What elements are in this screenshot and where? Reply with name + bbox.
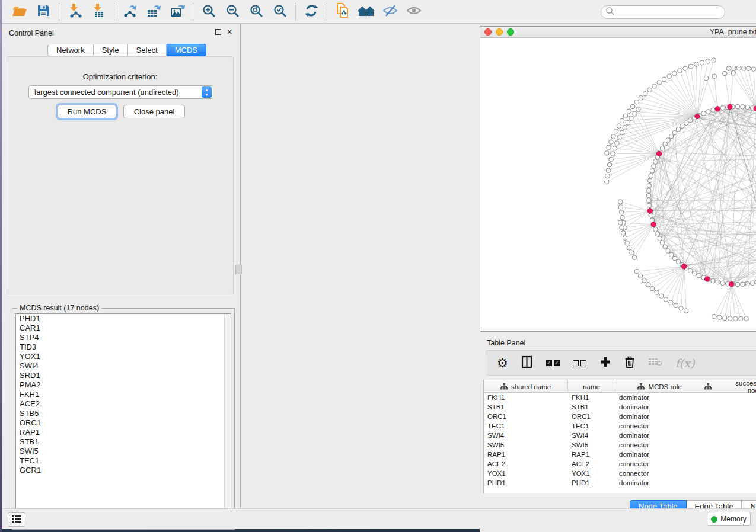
table-cell[interactable]: dominator bbox=[615, 431, 704, 440]
table-row[interactable]: SWI5SWI5connector431 bbox=[484, 440, 756, 450]
mcds-result-item[interactable]: SWI4 bbox=[16, 361, 231, 371]
table-cell[interactable]: 61 bbox=[704, 412, 756, 421]
table-cell[interactable]: 31 bbox=[704, 459, 756, 469]
mcds-result-item[interactable]: FKH1 bbox=[16, 390, 231, 399]
tab-style[interactable]: Style bbox=[94, 44, 128, 56]
mcds-result-item[interactable]: STP4 bbox=[16, 333, 231, 342]
node-table-rows[interactable]: FKH1FKH1dominator962STB1STB1dominator620… bbox=[484, 393, 756, 488]
table-cell[interactable]: RAP1 bbox=[484, 450, 568, 459]
table-cell[interactable]: 29 bbox=[704, 469, 756, 478]
table-cell[interactable]: dominator bbox=[615, 478, 704, 488]
memory-button[interactable]: Memory bbox=[707, 512, 751, 526]
table-row[interactable]: TEC1TEC1connector472 bbox=[484, 421, 756, 431]
tab-mcds[interactable]: MCDS bbox=[167, 44, 206, 56]
home-view-button[interactable] bbox=[355, 2, 378, 21]
table-cell[interactable]: 96 bbox=[704, 393, 756, 402]
table-cell[interactable]: RAP1 bbox=[568, 450, 615, 459]
table-row[interactable]: ACE2ACE2connector311 bbox=[484, 459, 756, 469]
run-mcds-button[interactable]: Run MCDS bbox=[58, 105, 116, 118]
table-cell[interactable]: STB1 bbox=[568, 402, 615, 412]
zoom-fit-button[interactable] bbox=[244, 2, 268, 21]
float-window-icon[interactable] bbox=[215, 29, 221, 35]
mcds-list-scrollbar[interactable] bbox=[224, 314, 231, 525]
show-all-button[interactable] bbox=[402, 2, 426, 21]
mcds-result-list[interactable]: PHD1CAR1STP4TID3YOX1SWI4SRD1PMA2FKH1ACE2… bbox=[15, 313, 231, 526]
delete-column-button[interactable] bbox=[624, 355, 635, 370]
export-image-button[interactable] bbox=[165, 2, 189, 21]
criterion-dropdown[interactable]: largest connected component (undirected)… bbox=[28, 85, 213, 99]
mcds-result-item[interactable]: TEC1 bbox=[16, 456, 231, 466]
table-cell[interactable]: SWI4 bbox=[568, 431, 615, 440]
mcds-result-item[interactable]: PHD1 bbox=[16, 314, 231, 323]
mcds-result-item[interactable]: SRD1 bbox=[16, 371, 231, 380]
deselect-all-button[interactable] bbox=[573, 360, 586, 366]
table-row[interactable]: FKH1FKH1dominator962 bbox=[484, 393, 756, 402]
close-panel-button[interactable]: Close panel bbox=[123, 105, 185, 118]
table-row[interactable]: STB1STB1dominator620 bbox=[484, 402, 756, 412]
table-row[interactable]: YOX1YOX1connector291 bbox=[484, 469, 756, 478]
table-settings-button[interactable]: ⚙ bbox=[497, 356, 508, 370]
zoom-in-button[interactable] bbox=[197, 2, 221, 21]
tab-select[interactable]: Select bbox=[128, 44, 167, 56]
table-cell[interactable]: FKH1 bbox=[484, 393, 568, 402]
column-header-shared-name[interactable]: shared name bbox=[484, 380, 568, 393]
refresh-button[interactable] bbox=[299, 2, 323, 21]
mcds-result-item[interactable]: GCR1 bbox=[16, 466, 231, 475]
table-cell[interactable]: ORC1 bbox=[484, 412, 568, 421]
table-cell[interactable]: dominator bbox=[615, 402, 704, 412]
table-row[interactable]: SWI4SWI4dominator462 bbox=[484, 431, 756, 440]
table-cell[interactable]: ACE2 bbox=[484, 459, 568, 469]
table-cell[interactable]: 43 bbox=[704, 440, 756, 450]
table-cell[interactable]: PHD1 bbox=[484, 478, 568, 488]
table-cell[interactable]: SWI4 bbox=[484, 431, 568, 440]
table-cell[interactable]: YOX1 bbox=[484, 469, 568, 478]
column-header-mcds-role[interactable]: MCDS role bbox=[615, 380, 704, 393]
table-cell[interactable]: dominator bbox=[615, 450, 704, 459]
table-cell[interactable]: ACE2 bbox=[568, 459, 615, 469]
table-cell[interactable]: dominator bbox=[615, 412, 704, 421]
table-cell[interactable]: connector bbox=[615, 469, 704, 478]
close-panel-icon[interactable]: ✕ bbox=[227, 29, 232, 35]
export-network-button[interactable] bbox=[118, 2, 142, 21]
import-table-button[interactable] bbox=[87, 2, 110, 21]
save-session-button[interactable] bbox=[31, 2, 55, 21]
clone-network-button[interactable] bbox=[331, 2, 355, 21]
zoom-selected-button[interactable] bbox=[268, 2, 292, 21]
table-row[interactable]: RAP1RAP1dominator352 bbox=[484, 450, 756, 459]
mcds-result-item[interactable]: CAR1 bbox=[16, 323, 231, 333]
search-field[interactable] bbox=[601, 5, 725, 19]
table-cell[interactable]: SWI5 bbox=[568, 440, 615, 450]
table-cell[interactable]: 35 bbox=[704, 450, 756, 459]
table-cell[interactable]: 46 bbox=[704, 431, 756, 440]
mcds-result-item[interactable]: SWI5 bbox=[16, 447, 231, 456]
table-cell[interactable]: SWI5 bbox=[484, 440, 568, 450]
mcds-result-item[interactable]: PMA2 bbox=[16, 380, 231, 390]
table-cell[interactable]: TEC1 bbox=[484, 421, 568, 431]
panel-list-button[interactable] bbox=[8, 512, 25, 527]
table-row[interactable]: PHD1PHD1dominator180 bbox=[484, 478, 756, 488]
search-input[interactable] bbox=[615, 8, 725, 17]
mcds-result-item[interactable]: RAP1 bbox=[16, 428, 231, 437]
table-cell[interactable]: 18 bbox=[704, 478, 756, 488]
mcds-result-item[interactable]: TID3 bbox=[16, 342, 231, 352]
mcds-result-item[interactable]: ACE2 bbox=[16, 399, 231, 409]
mcds-result-item[interactable]: STB5 bbox=[16, 409, 231, 418]
table-cell[interactable]: connector bbox=[615, 459, 704, 469]
table-cell[interactable]: connector bbox=[615, 440, 704, 450]
table-cell[interactable]: ORC1 bbox=[568, 412, 615, 421]
table-row[interactable]: ORC1ORC1dominator610 bbox=[484, 412, 756, 421]
mcds-result-item[interactable]: STB1 bbox=[16, 437, 231, 447]
table-cell[interactable]: connector bbox=[615, 421, 704, 431]
network-graph-canvas[interactable] bbox=[480, 38, 756, 331]
table-cell[interactable]: dominator bbox=[615, 393, 704, 402]
mcds-result-item[interactable]: YOX1 bbox=[16, 352, 231, 361]
import-network-button[interactable] bbox=[63, 2, 87, 21]
hide-selected-button[interactable] bbox=[378, 2, 402, 21]
table-cell[interactable]: 62 bbox=[704, 402, 756, 412]
select-all-button[interactable]: ✓✓ bbox=[546, 360, 560, 366]
table-cell[interactable]: FKH1 bbox=[568, 393, 615, 402]
table-cell[interactable]: 47 bbox=[704, 421, 756, 431]
table-cell[interactable]: STB1 bbox=[484, 402, 568, 412]
table-cell[interactable]: PHD1 bbox=[568, 478, 615, 488]
mcds-result-item[interactable]: ORC1 bbox=[16, 418, 231, 428]
